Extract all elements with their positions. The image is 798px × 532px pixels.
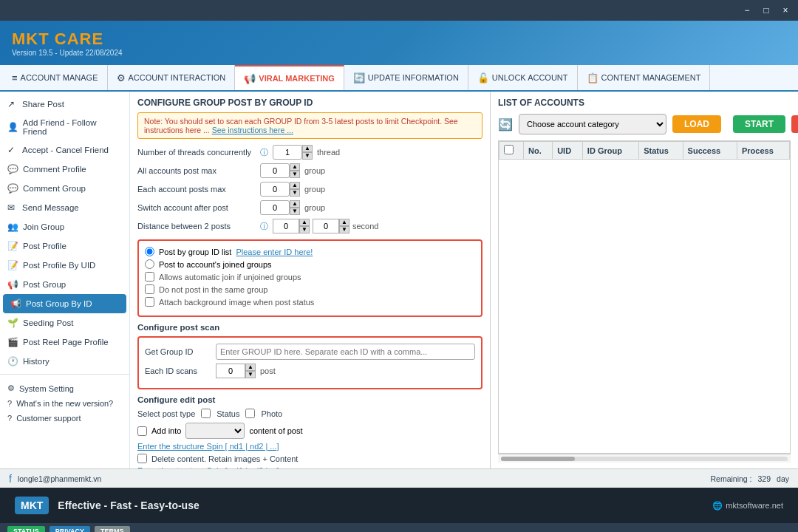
all-accounts-spin-down[interactable]: ▼ — [290, 171, 300, 178]
sidebar-item-add-friend[interactable]: 👤 Add Friend - Follow Friend — [0, 114, 129, 140]
tab-viral-marketing[interactable]: 📢 VIRAL MARKETING — [235, 65, 344, 90]
attach-background-checkbox[interactable] — [145, 297, 154, 307]
switch-account-label: Switch account after post — [137, 203, 256, 212]
allow-auto-join-checkbox[interactable] — [145, 272, 154, 282]
sidebar-whats-new[interactable]: ? What's in the new version? — [6, 396, 123, 411]
scan-section: Get Group ID Each ID scans ▲ ▼ post — [137, 336, 482, 389]
sidebar-item-send-message[interactable]: ✉ Send Message — [0, 198, 129, 217]
spin-link2[interactable]: Enter the structure Spin [ nd1 | nd2 | .… — [137, 466, 279, 468]
spin-link[interactable]: Enter the structure Spin [ nd1 | nd2 | .… — [137, 442, 279, 451]
sidebar-item-post-group-by-id[interactable]: 📢 Post Group By ID — [3, 294, 126, 313]
status-checkbox[interactable] — [201, 409, 211, 418]
distance-spin-up2[interactable]: ▲ — [339, 219, 349, 226]
all-accounts-input[interactable] — [260, 163, 290, 178]
tab-account-manage[interactable]: ≡ ACCOUNT MANAGE — [3, 65, 108, 90]
sidebar-item-accept-cancel[interactable]: ✓ Accept - Cancel Friend — [0, 140, 129, 160]
restore-button[interactable]: □ — [760, 5, 773, 16]
distance-spin-up1[interactable]: ▲ — [299, 219, 310, 226]
all-accounts-row: All accounts post max ▲ ▼ group — [137, 163, 482, 178]
refresh-icon[interactable]: 🔄 — [498, 117, 513, 132]
sidebar-item-post-group[interactable]: 📢 Post Group — [0, 275, 129, 294]
post-by-group-id-radio[interactable] — [145, 247, 154, 256]
each-id-scans-label: Each ID scans — [145, 366, 211, 375]
distance-input1[interactable] — [273, 219, 299, 233]
delete-content-checkbox[interactable] — [137, 454, 147, 463]
do-not-post-same-checkbox[interactable] — [145, 284, 154, 294]
sidebar-item-share-post[interactable]: ↗ Share Post — [0, 95, 129, 114]
horizontal-scrollbar[interactable] — [498, 454, 791, 463]
tab-content-management[interactable]: 📋 CONTENT MANAGEMENT — [578, 65, 711, 90]
sidebar-item-comment-profile[interactable]: 💬 Comment Profile — [0, 160, 129, 179]
nav-tabs: ≡ ACCOUNT MANAGE ⚙ ACCOUNT INTERACTION 📢… — [0, 65, 798, 92]
table-header-row: No. UID ID Group Status Success Process — [499, 142, 790, 160]
sidebar-system-setting[interactable]: ⚙ System Setting — [6, 381, 123, 396]
threads-input[interactable] — [273, 145, 302, 160]
scroll-thumb — [501, 457, 575, 461]
user-email: longle1@phanmemkt.vn — [18, 474, 101, 483]
get-group-id-input[interactable] — [216, 344, 475, 360]
spin-link-row: Enter the structure Spin [ nd1 | nd2 | .… — [137, 442, 482, 451]
add-into-checkbox[interactable] — [137, 426, 147, 436]
add-into-select[interactable] — [185, 423, 245, 439]
all-accounts-spin-btns: ▲ ▼ — [290, 163, 300, 178]
each-account-spin-down[interactable]: ▼ — [290, 189, 300, 197]
send-message-icon: ✉ — [7, 202, 18, 213]
app-version: Version 19.5 - Update 22/08/2024 — [12, 49, 123, 57]
privacy-badge[interactable]: PRIVACY — [50, 526, 90, 532]
please-enter-link[interactable]: Please enter ID here! — [236, 248, 313, 256]
distance-spin-down2[interactable]: ▼ — [339, 226, 349, 233]
join-group-icon: 👥 — [7, 222, 18, 232]
select-all-checkbox[interactable] — [504, 145, 514, 154]
threads-unit: thread — [317, 148, 340, 157]
customer-support-icon: ? — [7, 414, 12, 423]
sidebar-item-post-profile[interactable]: 📝 Post Profile — [0, 236, 129, 256]
all-accounts-spin-up[interactable]: ▲ — [290, 163, 300, 171]
tab-unlock-account[interactable]: 🔓 UNLOCK ACCOUNT — [468, 65, 578, 90]
load-button[interactable]: LOAD — [672, 115, 721, 133]
select-post-type-row: Select post type Status Photo — [137, 409, 482, 418]
threads-spin-up[interactable]: ▲ — [302, 145, 313, 152]
category-select[interactable]: Choose account category — [519, 114, 666, 134]
each-account-input[interactable] — [260, 182, 290, 197]
sidebar-item-comment-group[interactable]: 💬 Comment Group — [0, 179, 129, 198]
each-account-spin-up[interactable]: ▲ — [290, 182, 300, 189]
radio-section: Post by group ID list Please enter ID he… — [137, 239, 482, 317]
sidebar-customer-support[interactable]: ? Customer support — [6, 411, 123, 426]
facebook-icon: f — [9, 473, 12, 485]
switch-account-spin-up[interactable]: ▲ — [290, 200, 300, 208]
do-not-post-same-row: Do not post in the same group — [145, 284, 475, 294]
distance-info-icon[interactable]: ⓘ — [260, 221, 268, 232]
threads-spin-down[interactable]: ▼ — [302, 152, 313, 160]
sidebar-item-post-profile-uid[interactable]: 📝 Post Profile By UID — [0, 256, 129, 275]
post-to-joined-radio[interactable] — [145, 259, 154, 269]
post-reel-icon: 🎬 — [7, 337, 18, 347]
minimize-button[interactable]: − — [740, 5, 754, 16]
footer-slogan: Effective - Fast - Easy-to-use — [58, 499, 199, 511]
each-id-spin-down[interactable]: ▼ — [245, 371, 256, 378]
switch-account-input[interactable] — [260, 200, 290, 215]
post-by-group-id-label: Post by group ID list — [159, 248, 231, 256]
sidebar-item-history[interactable]: 🕐 History — [0, 352, 129, 371]
account-manage-icon: ≡ — [12, 72, 18, 83]
sidebar-item-join-group[interactable]: 👥 Join Group — [0, 217, 129, 236]
tab-update-information[interactable]: 🔄 UPDATE INFORMATION — [344, 65, 468, 90]
comment-profile-icon: 💬 — [7, 164, 18, 174]
distance-input2[interactable] — [313, 219, 339, 233]
switch-account-spin-down[interactable]: ▼ — [290, 208, 300, 215]
each-id-input[interactable] — [216, 364, 245, 378]
each-id-spin-up[interactable]: ▲ — [245, 364, 256, 371]
close-button[interactable]: × — [779, 5, 792, 16]
sidebar-item-post-reel[interactable]: 🎬 Post Reel Page Profile — [0, 332, 129, 352]
threads-info-icon[interactable]: ⓘ — [260, 147, 268, 158]
each-id-spinner: ▲ ▼ — [216, 364, 256, 378]
photo-checkbox[interactable] — [245, 409, 255, 418]
distance-spin-down1[interactable]: ▼ — [299, 226, 310, 233]
start-button[interactable]: START — [733, 115, 785, 133]
stop-button[interactable]: STOP — [791, 115, 798, 133]
sidebar-item-seeding-post[interactable]: 🌱 Seeding Post — [0, 313, 129, 332]
instructions-link[interactable]: See instructions here ... — [212, 126, 293, 134]
terms-badge[interactable]: TERMS — [95, 526, 130, 532]
status-badge[interactable]: STATUS — [7, 526, 45, 532]
tab-account-interaction[interactable]: ⚙ ACCOUNT INTERACTION — [108, 65, 236, 90]
distance-row: Distance between 2 posts ⓘ ▲ ▼ ▲ — [137, 219, 482, 233]
